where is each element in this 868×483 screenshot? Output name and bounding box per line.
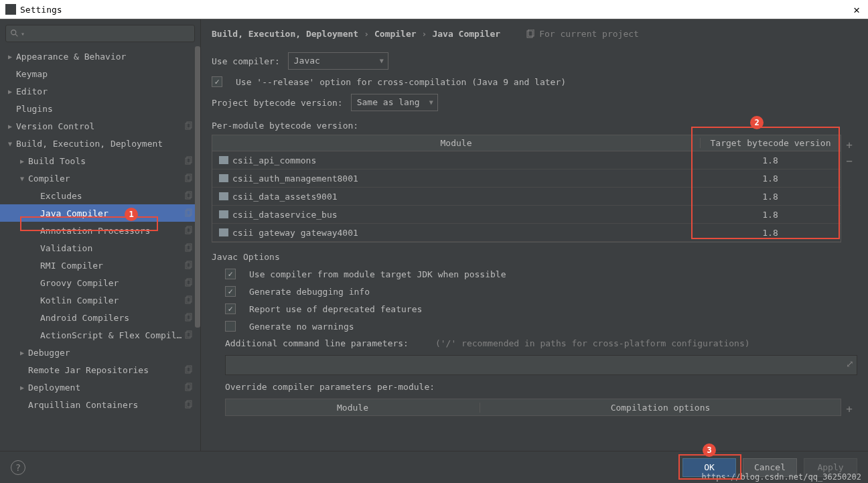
sidebar-item[interactable]: Keymap [0,65,200,82]
settings-tree: Appearance & BehaviorKeymapEditorPlugins… [0,48,200,451]
titlebar: Settings ✕ [0,0,868,19]
chevron-icon [8,88,16,95]
target-version[interactable]: 1.8 [700,192,841,202]
svg-rect-26 [186,367,190,373]
sidebar-item-label: Keymap [16,69,200,79]
opt1-checkbox[interactable] [225,269,236,279]
use-compiler-select[interactable]: Javac▼ [288,52,388,70]
svg-rect-14 [186,245,190,251]
folder-icon [219,174,228,182]
release-option-checkbox[interactable] [212,76,222,87]
sidebar-item-label: Kotlin Compiler [40,295,184,305]
table-row[interactable]: csii_api_commons1.8 [212,151,841,169]
svg-rect-13 [187,226,192,232]
sidebar-item[interactable]: Plugins [0,100,200,117]
svg-rect-28 [186,385,190,391]
override-label: Override compiler parameters per-module: [225,382,435,392]
sidebar-item[interactable]: Debugger [0,344,200,361]
svg-rect-20 [186,297,190,303]
breadcrumb-part[interactable]: Build, Execution, Deployment [212,29,358,39]
scrollbar[interactable] [195,46,200,341]
sidebar-item[interactable]: Kotlin Compiler [0,291,200,309]
sidebar-item[interactable]: Appearance & Behavior [0,48,200,65]
override-module-header: Module [226,403,480,413]
add-button[interactable]: + [843,139,855,151]
annotation-3: 3 [703,443,716,457]
add-button[interactable]: + [843,403,855,415]
close-icon[interactable]: ✕ [851,3,863,16]
copy-icon [184,365,194,374]
search-input[interactable]: ▾ [5,25,195,42]
sidebar-item-label: Plugins [16,104,200,114]
copy-icon [184,174,194,183]
target-version[interactable]: 1.8 [700,210,841,220]
copy-icon [184,191,194,200]
svg-rect-31 [187,401,192,407]
svg-rect-5 [187,157,192,163]
sidebar-item[interactable]: Version Control [0,117,200,135]
target-version[interactable]: 1.8 [700,228,841,238]
sidebar-item[interactable]: ActionScript & Flex Compiler [0,326,200,344]
project-bytecode-select[interactable]: Same as lang▼ [351,94,438,111]
svg-rect-17 [187,261,192,267]
module-header: Module [212,138,700,148]
opt4-label: Generate no warnings [249,322,354,332]
target-version[interactable]: 1.8 [700,174,841,184]
svg-line-1 [15,34,18,37]
svg-point-0 [11,30,16,35]
table-row[interactable]: csii_auth_management80011.8 [212,169,841,188]
folder-icon [219,156,228,164]
additional-params-label: Additional command line parameters: [225,338,409,348]
content-panel: Build, Execution, Deployment › Compiler … [201,19,868,451]
copy-icon [184,243,194,253]
sidebar-item-label: Debugger [28,348,200,358]
sidebar-item[interactable]: Remote Jar Repositories [0,361,200,378]
opt2-checkbox[interactable] [225,286,236,297]
svg-rect-8 [186,193,190,199]
expand-icon[interactable]: ⤢ [846,358,854,369]
chevron-icon [8,140,16,147]
sidebar-item[interactable]: Java Compiler [0,204,200,222]
sidebar-item[interactable]: Groovy Compiler [0,274,200,291]
svg-rect-30 [186,402,190,408]
override-table: Module Compilation options [225,399,841,416]
sidebar-item[interactable]: Arquillian Containers [0,396,200,413]
sidebar-item-label: Compiler [28,174,184,184]
table-row[interactable]: csii gateway gateway40011.8 [212,224,841,242]
opt4-checkbox[interactable] [225,321,236,332]
use-compiler-label: Use compiler: [212,56,280,66]
copy-icon [184,208,194,218]
sidebar-item-label: Arquillian Containers [28,400,184,410]
breadcrumb-part[interactable]: Compiler [374,29,417,39]
svg-rect-15 [187,244,192,250]
sidebar-item[interactable]: RMI Compiler [0,257,200,274]
table-row[interactable]: csii_data_assets90011.8 [212,188,841,206]
sidebar-item-label: Java Compiler [40,208,184,218]
help-button[interactable]: ? [11,460,25,475]
sidebar-item[interactable]: Excludes [0,187,200,204]
opt3-checkbox[interactable] [225,303,236,314]
sidebar-item[interactable]: Android Compilers [0,309,200,326]
sidebar-item-label: Android Compilers [40,313,184,323]
sidebar-item[interactable]: Deployment [0,378,200,396]
sidebar-item[interactable]: Validation [0,239,200,257]
breadcrumb: Build, Execution, Deployment › Compiler … [201,19,868,46]
svg-rect-25 [187,331,192,337]
target-version[interactable]: 1.8 [700,155,841,165]
sidebar-item-label: Validation [40,243,184,253]
sidebar-item[interactable]: Build, Execution, Deployment [0,135,200,152]
sidebar-item[interactable]: Compiler [0,169,200,187]
sidebar-item[interactable]: Build Tools [0,152,200,169]
table-row[interactable]: csii_dataservice_bus1.8 [212,206,841,224]
svg-rect-23 [187,314,192,320]
remove-button[interactable]: − [843,155,855,167]
sidebar-item[interactable]: Annotation Processors [0,222,200,239]
window-title: Settings [20,5,62,15]
sidebar-item[interactable]: Editor [0,82,200,100]
sidebar-item-label: Build, Execution, Deployment [16,139,200,149]
breadcrumb-part: Java Compiler [432,29,500,39]
svg-rect-4 [186,158,190,164]
additional-params-input[interactable]: ⤢ [225,355,857,375]
opt1-label: Use compiler from module target JDK when… [249,269,506,279]
copy-icon [184,156,194,165]
